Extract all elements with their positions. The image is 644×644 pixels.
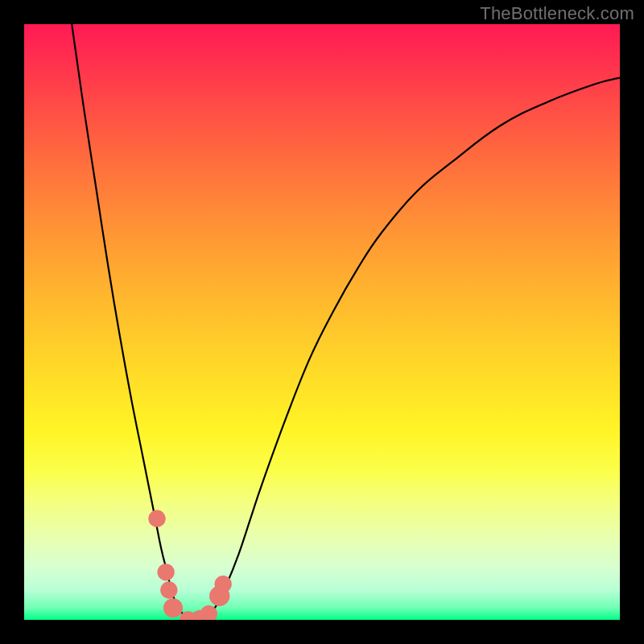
curve-marker bbox=[163, 598, 183, 617]
curve-marker bbox=[148, 510, 165, 527]
curve-marker bbox=[157, 564, 174, 580]
curve-markers bbox=[148, 510, 231, 620]
curve-marker bbox=[160, 581, 177, 598]
curve-marker bbox=[215, 576, 232, 592]
watermark-text: TheBottleneck.com bbox=[480, 3, 634, 24]
curve-svg bbox=[24, 24, 620, 620]
bottleneck-curve bbox=[72, 24, 620, 620]
plot-area bbox=[24, 24, 620, 620]
chart-frame: TheBottleneck.com bbox=[0, 0, 644, 644]
